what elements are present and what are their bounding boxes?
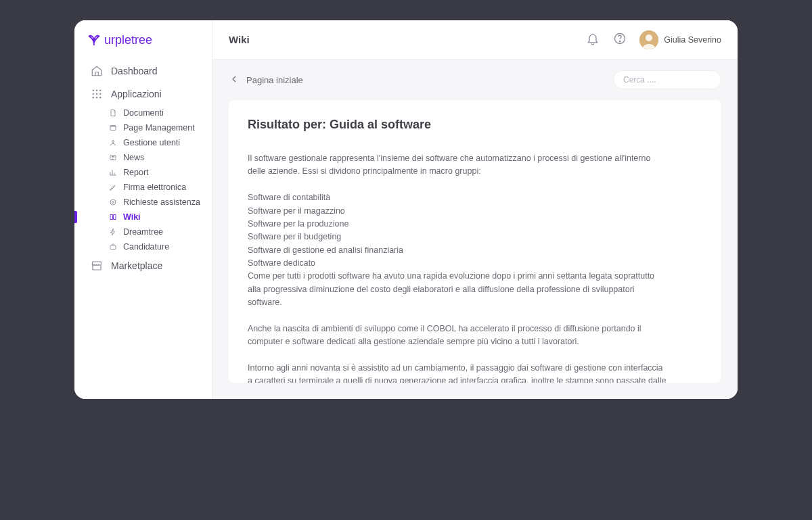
sidebar-item-label: Gestione utenti: [123, 138, 180, 147]
sidebar-item-dashboard[interactable]: Dashboard: [77, 60, 212, 82]
back-link[interactable]: Pagina iniziale: [229, 74, 303, 87]
sidebar-item-candidature[interactable]: Candidature: [77, 239, 212, 254]
svg-point-12: [110, 199, 116, 205]
sidebar-item-label: Candidature: [123, 242, 169, 252]
svg-point-10: [112, 141, 114, 143]
chart-icon: [108, 168, 118, 177]
support-icon: [108, 197, 118, 207]
user-name: Giulia Severino: [664, 35, 721, 45]
topbar: Wiki Giulia Severino: [212, 20, 738, 60]
page-title: Wiki: [229, 34, 250, 45]
avatar: [639, 30, 658, 49]
sidebar-item-label: Page Management: [123, 123, 195, 133]
topbar-right: Giulia Severino: [585, 30, 721, 49]
sidebar-item-richieste[interactable]: Richieste assistenza: [77, 195, 212, 210]
news-icon: [108, 153, 118, 162]
brand-mark-icon: [87, 32, 102, 47]
result-title: Risultato per: Guida al software: [248, 118, 702, 132]
brand-logo[interactable]: urpletree: [74, 32, 212, 60]
sidebar-item-label: Documenti: [123, 108, 164, 118]
content-toolbar: Pagina iniziale: [212, 60, 738, 100]
help-icon: [613, 32, 627, 48]
svg-point-6: [93, 97, 94, 98]
users-icon: [108, 138, 118, 147]
apps-grid-icon: [91, 88, 103, 100]
home-icon: [91, 65, 103, 77]
store-icon: [91, 260, 103, 272]
sidebar-item-label: News: [123, 153, 144, 162]
sidebar-item-label: Richieste assistenza: [123, 197, 200, 207]
svg-point-3: [93, 93, 94, 95]
svg-point-13: [112, 202, 114, 204]
brand-wordmark: urpletree: [104, 33, 152, 47]
back-link-label: Pagina iniziale: [246, 75, 303, 85]
help-button[interactable]: [612, 32, 627, 47]
result-body: Il software gestionale rappresenta l'ins…: [248, 152, 667, 383]
sidebar-item-label: Dashboard: [111, 66, 158, 76]
wiki-icon: [108, 212, 118, 222]
svg-rect-14: [110, 245, 116, 250]
sidebar-item-dreamtree[interactable]: Dreamtree: [77, 224, 212, 239]
main-area: Wiki Giulia Severino: [212, 20, 738, 399]
sidebar-item-label: Dreamtree: [123, 227, 163, 237]
document-icon: [108, 108, 118, 118]
bell-icon: [586, 32, 600, 48]
svg-point-18: [646, 34, 652, 41]
svg-point-0: [93, 90, 94, 91]
svg-point-2: [99, 90, 101, 91]
sidebar-item-label: Report: [123, 168, 149, 177]
sidebar-item-page-management[interactable]: Page Management: [77, 120, 212, 135]
sidebar-item-report[interactable]: Report: [77, 165, 212, 180]
sidebar-item-wiki[interactable]: Wiki: [77, 210, 212, 224]
sidebar-item-firma[interactable]: Firma elettronica: [77, 180, 212, 195]
app-window: urpletree Dashboard Applicazioni Documen…: [74, 20, 738, 399]
svg-point-5: [99, 93, 101, 95]
sidebar-item-label: Firma elettronica: [123, 183, 186, 192]
sidebar-item-label: Wiki: [123, 212, 141, 222]
sidebar-item-news[interactable]: News: [77, 150, 212, 165]
svg-point-1: [96, 90, 97, 91]
svg-point-4: [96, 93, 97, 95]
notifications-button[interactable]: [585, 32, 600, 47]
bolt-icon: [108, 227, 118, 237]
sidebar-item-applicazioni[interactable]: Applicazioni: [77, 82, 212, 105]
sidebar-item-marketplace[interactable]: Marketplace: [77, 254, 212, 277]
sidebar-item-documenti[interactable]: Documenti: [77, 105, 212, 120]
svg-point-8: [99, 97, 101, 98]
sidebar-item-gestione-utenti[interactable]: Gestione utenti: [77, 135, 212, 150]
active-indicator: [74, 211, 77, 223]
sidebar-item-label: Applicazioni: [111, 89, 162, 99]
briefcase-icon: [108, 242, 118, 252]
svg-point-16: [620, 41, 621, 41]
search-input[interactable]: [613, 70, 721, 89]
pages-icon: [108, 123, 118, 133]
svg-rect-9: [110, 126, 116, 131]
content-card: Risultato per: Guida al software Il soft…: [229, 100, 721, 383]
sidebar: urpletree Dashboard Applicazioni Documen…: [74, 20, 212, 399]
pen-icon: [108, 183, 118, 192]
arrow-left-icon: [229, 74, 240, 87]
primary-nav: Dashboard Applicazioni Documenti Page Ma…: [74, 60, 212, 277]
user-menu[interactable]: Giulia Severino: [639, 30, 721, 49]
svg-point-7: [96, 97, 97, 98]
sidebar-item-label: Marketplace: [111, 260, 162, 271]
apps-subnav: Documenti Page Management Gestione utent…: [77, 105, 212, 254]
